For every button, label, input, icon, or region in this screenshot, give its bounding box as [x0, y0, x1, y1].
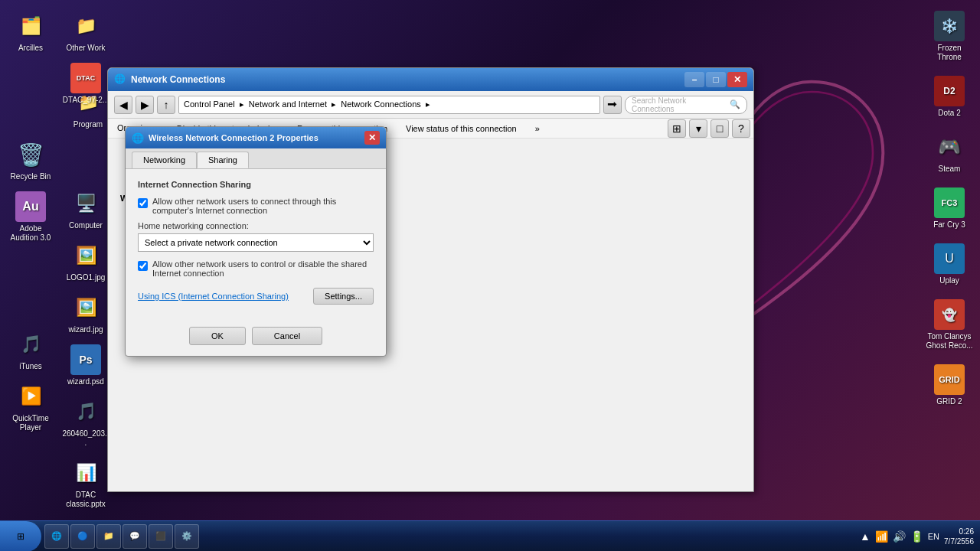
minimize-button[interactable]: – — [684, 72, 704, 87]
tray-power-icon[interactable]: 🔋 — [910, 530, 923, 543]
desktop-icon-260460[interactable]: 🎵 260460_203... — [59, 393, 113, 451]
search-bar[interactable]: Search Network Connections 🔍 — [625, 96, 747, 114]
explorer-icon: 📁 — [103, 531, 114, 541]
desktop-icon-uplay[interactable]: U Uplay — [923, 240, 976, 289]
taskbar-item-settings[interactable]: ⚙️ — [175, 524, 199, 549]
dialog-title: Wireless Network Connection 2 Properties — [149, 133, 318, 142]
dialog-tabs: Networking Sharing — [126, 148, 386, 169]
ie-icon: 🌐 — [51, 531, 62, 541]
tray-network-icon[interactable]: 📶 — [875, 530, 888, 543]
desktop-icon-steam[interactable]: 🎮 Steam — [923, 129, 976, 177]
checkbox1[interactable] — [138, 198, 148, 208]
tray-date: 7/7/2556 — [944, 536, 974, 546]
itunes-icon: 🎵 — [15, 329, 46, 360]
taskbar-item-cmd[interactable]: ⬛ — [149, 524, 173, 549]
dialog-close-button[interactable]: ✕ — [364, 131, 380, 145]
address-go-button[interactable]: ⮕ — [603, 96, 622, 114]
desktop-icon-quicktime[interactable]: ▶️ QuickTime Player — [4, 378, 57, 435]
desktop-icon-grid2[interactable]: GRID GRID 2 — [923, 361, 976, 409]
view-toggle-button[interactable]: ⊞ — [668, 119, 686, 138]
checkbox1-label: Allow other network users to connect thr… — [152, 197, 374, 215]
tab-networking[interactable]: Networking — [132, 152, 197, 168]
arcilles-icon: 🗂️ — [15, 11, 46, 41]
net-window-controls: – □ ✕ — [684, 72, 747, 87]
desktop-icon-frozen-throne[interactable]: ❄️ Frozen Throne — [923, 8, 976, 65]
forward-button[interactable]: ▶ — [136, 96, 154, 114]
taskbar-item-explorer[interactable]: 📁 — [96, 524, 121, 549]
dialog-footer: OK Cancel — [126, 319, 386, 356]
tray-locale: EN — [928, 532, 939, 541]
other-work-label: Other Work — [67, 44, 106, 53]
wizard-psd-label: wizard.psd — [67, 377, 104, 386]
taskbar-item-chrome[interactable]: 🔵 — [70, 524, 95, 549]
menu-more[interactable]: » — [529, 122, 546, 135]
desktop-icon-recycle[interactable]: 🗑️ Recycle Bin — [4, 136, 57, 184]
adobe-audition-icon: Au — [15, 191, 46, 222]
back-button[interactable]: ◀ — [114, 96, 132, 114]
dialog-titlebar: 🌐 Wireless Network Connection 2 Properti… — [126, 127, 386, 148]
desktop-icon-dtac97[interactable]: DTAC DTAC_97-2... — [59, 60, 113, 108]
uplay-icon: U — [934, 243, 965, 274]
desktop-icon-ghost-recon[interactable]: 👻 Tom Clancys Ghost Reco... — [923, 296, 976, 354]
wizard-psd-icon: Ps — [70, 344, 101, 375]
net-window-icon: 🌐 — [114, 73, 126, 86]
ics-link[interactable]: Using ICS (Internet Connection Sharing) — [138, 292, 289, 301]
address-bar[interactable]: Control Panel ▸ Network and Internet ▸ N… — [178, 96, 600, 114]
desktop-icon-dota2[interactable]: D2 Dota 2 — [923, 73, 976, 121]
uplay-label: Uplay — [939, 276, 959, 285]
arcilles-label: Arcilles — [18, 44, 43, 53]
private-network-dropdown[interactable]: Select a private network connection — [138, 233, 374, 252]
other-work-icon: 📁 — [70, 11, 101, 41]
start-icon: ⊞ — [17, 531, 24, 542]
start-button[interactable]: ⊞ — [0, 521, 41, 552]
desktop-icon-other-work[interactable]: 📁 Other Work — [59, 8, 113, 56]
cancel-button[interactable]: Cancel — [252, 327, 322, 345]
net-window-title: Network Connections — [131, 74, 225, 85]
dtac97-icon: DTAC — [70, 63, 101, 93]
ghost-recon-label: Tom Clancys Ghost Reco... — [926, 332, 973, 350]
dialog-section-title: Internet Connection Sharing — [138, 180, 374, 189]
desktop-icon-computer[interactable]: 🖥️ Computer — [59, 185, 113, 233]
quicktime-label: QuickTime Player — [7, 414, 54, 432]
frozen-throne-icon: ❄️ — [934, 11, 965, 41]
grid2-label: GRID 2 — [936, 397, 962, 406]
desktop-icon-wizardpsd[interactable]: Ps wizard.psd — [59, 341, 113, 390]
computer-icon: 🖥️ — [70, 188, 101, 219]
desktop-icon-arcilles[interactable]: 🗂️ Arcilles — [4, 8, 57, 56]
desktop-icon-adobe-audition[interactable]: Au Adobe Audition 3.0 — [4, 188, 57, 246]
desktop-icon-itunes[interactable]: 🎵 iTunes — [4, 326, 57, 374]
checkbox2[interactable] — [138, 261, 148, 271]
search-placeholder: Search Network Connections — [632, 96, 730, 113]
desktop-icon-dtac-classic[interactable]: 📊 DTAC classic.pptx — [59, 455, 113, 512]
dota2-label: Dota 2 — [938, 109, 960, 118]
fc3-icon: FC3 — [934, 187, 965, 218]
desktop-icon-fc3[interactable]: FC3 Far Cry 3 — [923, 184, 976, 233]
help-button[interactable]: ? — [732, 119, 750, 138]
view-options-button[interactable]: ▾ — [689, 119, 707, 138]
maximize-button[interactable]: □ — [706, 72, 726, 87]
wireless-properties-dialog: 🌐 Wireless Network Connection 2 Properti… — [125, 126, 387, 357]
taskbar-item-skype[interactable]: 💬 — [122, 524, 147, 549]
tray-clock: 0:26 — [944, 527, 974, 536]
chrome-icon: 🔵 — [77, 531, 88, 541]
dialog-body: Internet Connection Sharing Allow other … — [126, 169, 386, 319]
taskbar-item-ie[interactable]: 🌐 — [44, 524, 69, 549]
tray-arrow-icon[interactable]: ▲ — [860, 530, 871, 543]
tray-time: 0:26 7/7/2556 — [944, 527, 974, 546]
desktop-icon-wizard[interactable]: 🖼️ wizard.jpg — [59, 289, 113, 337]
net-close-button[interactable]: ✕ — [727, 72, 747, 87]
recycle-bin-label: Recycle Bin — [11, 172, 51, 181]
ok-button[interactable]: OK — [189, 327, 246, 345]
ghost-recon-icon: 👻 — [934, 299, 965, 330]
address-bar-text: Control Panel ▸ Network and Internet ▸ N… — [184, 99, 430, 109]
checkbox1-row: Allow other network users to connect thr… — [138, 197, 374, 215]
desktop-icon-logo1[interactable]: 🖼️ LOGO1.jpg — [59, 237, 113, 285]
tab-sharing[interactable]: Sharing — [197, 152, 249, 168]
settings-button[interactable]: Settings... — [313, 288, 374, 305]
preview-button[interactable]: □ — [710, 119, 729, 138]
tray-volume-icon[interactable]: 🔊 — [893, 530, 906, 543]
fc3-label: Far Cry 3 — [933, 220, 965, 230]
up-button[interactable]: ↑ — [157, 96, 175, 114]
dialog-title-icon: 🌐 — [132, 132, 144, 144]
menu-view-status[interactable]: View status of this connection — [400, 122, 523, 135]
